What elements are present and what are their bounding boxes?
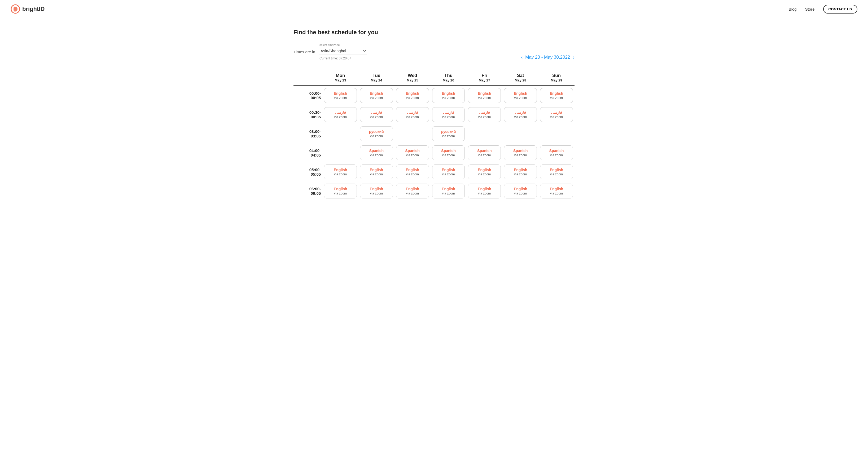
session-cell: Englishvia zoom xyxy=(502,86,538,105)
session-language: English xyxy=(478,168,491,172)
session-cell: Englishvia zoom xyxy=(395,162,431,181)
timezone-select[interactable]: Asia/Shanghai UTC America/New_York Europ… xyxy=(319,48,367,54)
session-via: via zoom xyxy=(406,192,419,195)
session-cell xyxy=(322,124,359,143)
session-language: English xyxy=(406,187,419,191)
session-button[interactable]: Spanishvia zoom xyxy=(540,145,573,160)
session-language: English xyxy=(334,187,347,191)
session-button[interactable]: Englishvia zoom xyxy=(396,88,429,103)
time-row: 05:00- 05:05Englishvia zoomEnglishvia zo… xyxy=(293,162,575,181)
session-button[interactable]: Englishvia zoom xyxy=(360,165,393,179)
session-language: فارسی xyxy=(479,110,490,115)
day-header-thu: ThuMay 26 xyxy=(431,71,467,86)
logo[interactable]: brightID xyxy=(10,4,44,14)
time-label: 06:00- 06:05 xyxy=(293,181,322,201)
blog-link[interactable]: Blog xyxy=(789,7,797,11)
session-button[interactable]: Englishvia zoom xyxy=(396,183,429,198)
time-label: 03:00- 03:05 xyxy=(293,124,322,143)
session-button[interactable]: Englishvia zoom xyxy=(540,165,573,179)
session-cell: Englishvia zoom xyxy=(466,162,502,181)
contact-button[interactable]: CONTACT US xyxy=(823,5,858,13)
session-button[interactable]: Englishvia zoom xyxy=(324,88,357,103)
day-header-wed: WedMay 25 xyxy=(395,71,431,86)
time-row: 04:00- 04:05Spanishvia zoomSpanishvia zo… xyxy=(293,143,575,162)
empty-slot xyxy=(468,126,501,141)
session-cell: русскийvia zoom xyxy=(359,124,395,143)
time-col-header xyxy=(293,71,322,86)
session-button[interactable]: Englishvia zoom xyxy=(396,165,429,179)
session-via: via zoom xyxy=(406,153,419,157)
session-button[interactable]: Spanishvia zoom xyxy=(360,145,393,160)
session-button[interactable]: русскийvia zoom xyxy=(432,126,465,141)
session-language: Spanish xyxy=(477,149,492,153)
session-via: via zoom xyxy=(478,153,491,157)
session-cell: Englishvia zoom xyxy=(322,181,359,201)
session-via: via zoom xyxy=(478,172,491,176)
session-button[interactable]: فارسیvia zoom xyxy=(468,107,501,122)
session-via: via zoom xyxy=(370,172,383,176)
session-button[interactable]: فارسیvia zoom xyxy=(360,107,393,122)
logo-icon xyxy=(10,4,20,14)
session-cell xyxy=(466,124,502,143)
session-via: via zoom xyxy=(550,192,563,195)
session-cell: Englishvia zoom xyxy=(502,162,538,181)
session-button[interactable]: Englishvia zoom xyxy=(324,165,357,179)
session-language: English xyxy=(442,187,455,191)
session-button[interactable]: Englishvia zoom xyxy=(324,183,357,198)
session-button[interactable]: Englishvia zoom xyxy=(468,88,501,103)
session-button[interactable]: Spanishvia zoom xyxy=(396,145,429,160)
session-language: فارسی xyxy=(443,110,454,115)
session-via: via zoom xyxy=(514,115,527,119)
session-language: русский xyxy=(441,130,456,134)
session-language: English xyxy=(370,91,383,95)
session-language: فارسی xyxy=(371,110,382,115)
session-via: via zoom xyxy=(370,192,383,195)
session-language: Spanish xyxy=(513,149,528,153)
session-button[interactable]: فارسیvia zoom xyxy=(396,107,429,122)
week-nav: ‹ May 23 - May 30,2022 › xyxy=(521,54,575,60)
session-button[interactable]: Englishvia zoom xyxy=(504,183,537,198)
session-via: via zoom xyxy=(406,172,419,176)
session-button[interactable]: Englishvia zoom xyxy=(432,183,465,198)
session-cell: Englishvia zoom xyxy=(431,181,467,201)
session-language: English xyxy=(370,168,383,172)
session-button[interactable]: Englishvia zoom xyxy=(432,88,465,103)
session-button[interactable]: فارسیvia zoom xyxy=(324,107,357,122)
session-via: via zoom xyxy=(442,134,455,138)
session-button[interactable]: Spanishvia zoom xyxy=(432,145,465,160)
prev-week-arrow[interactable]: ‹ xyxy=(521,54,523,60)
session-button[interactable]: Spanishvia zoom xyxy=(504,145,537,160)
session-button[interactable]: Spanishvia zoom xyxy=(468,145,501,160)
day-header-sat: SatMay 28 xyxy=(502,71,538,86)
session-button[interactable]: فارسیvia zoom xyxy=(432,107,465,122)
session-cell: Englishvia zoom xyxy=(538,162,575,181)
session-button[interactable]: فارسیvia zoom xyxy=(540,107,573,122)
store-link[interactable]: Store xyxy=(805,7,815,11)
session-button[interactable]: Englishvia zoom xyxy=(540,88,573,103)
session-button[interactable]: Englishvia zoom xyxy=(504,88,537,103)
session-button[interactable]: Englishvia zoom xyxy=(468,183,501,198)
session-button[interactable]: Englishvia zoom xyxy=(360,183,393,198)
day-header-sun: SunMay 29 xyxy=(538,71,575,86)
session-button[interactable]: فارسیvia zoom xyxy=(504,107,537,122)
session-language: English xyxy=(514,91,527,95)
session-button[interactable]: Englishvia zoom xyxy=(540,183,573,198)
schedule-table: MonMay 23TueMay 24WedMay 25ThuMay 26FriM… xyxy=(293,71,575,201)
session-cell xyxy=(395,124,431,143)
session-button[interactable]: Englishvia zoom xyxy=(468,165,501,179)
session-via: via zoom xyxy=(550,115,563,119)
session-cell: Englishvia zoom xyxy=(431,86,467,105)
next-week-arrow[interactable]: › xyxy=(572,54,575,60)
session-cell: Spanishvia zoom xyxy=(431,143,467,162)
session-button[interactable]: Englishvia zoom xyxy=(504,165,537,179)
session-cell: فارسیvia zoom xyxy=(466,105,502,124)
session-via: via zoom xyxy=(514,192,527,195)
session-button[interactable]: Englishvia zoom xyxy=(360,88,393,103)
time-row: 03:00- 03:05русскийvia zoomрусскийvia zo… xyxy=(293,124,575,143)
session-cell: Englishvia zoom xyxy=(466,86,502,105)
session-button[interactable]: русскийvia zoom xyxy=(360,126,393,141)
controls-row: Times are in select timezone Asia/Shangh… xyxy=(293,43,575,60)
session-cell: Englishvia zoom xyxy=(359,181,395,201)
session-button[interactable]: Englishvia zoom xyxy=(432,165,465,179)
time-label: 00:30- 00:35 xyxy=(293,105,322,124)
